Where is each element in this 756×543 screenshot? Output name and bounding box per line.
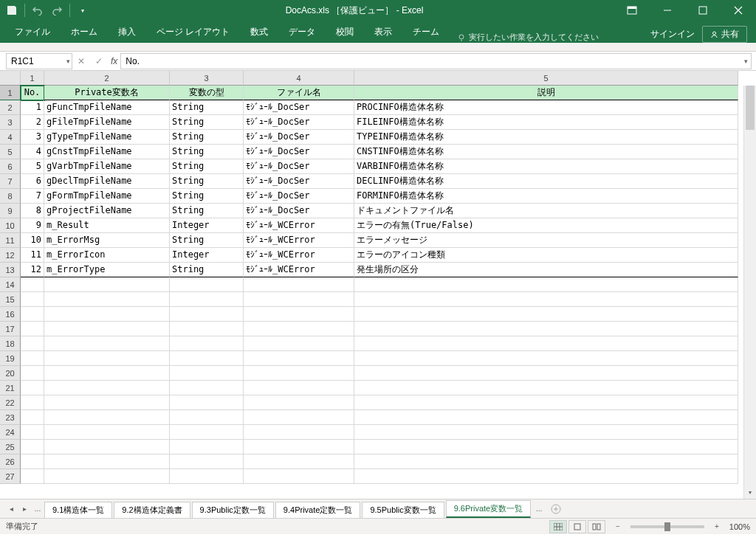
data-cell[interactable]: ﾓｼﾞｭｰﾙ_DocSer (244, 189, 354, 204)
data-cell[interactable]: 発生場所の区分 (354, 263, 738, 277)
data-cell[interactable] (244, 322, 354, 336)
data-cell[interactable] (170, 395, 244, 410)
data-cell[interactable]: Integer (170, 218, 244, 233)
data-cell[interactable]: ﾓｼﾞｭｰﾙ_WCError (244, 218, 354, 233)
sheet-tab[interactable]: 9.1構造体一覧 (44, 502, 112, 518)
row-header[interactable]: 9 (0, 204, 21, 218)
column-header[interactable]: 5 (354, 71, 738, 86)
row-header[interactable]: 10 (0, 218, 21, 233)
data-cell[interactable]: String (170, 263, 244, 277)
data-cell[interactable] (354, 336, 738, 351)
maximize-button[interactable] (688, 1, 718, 19)
data-cell[interactable]: String (170, 145, 244, 159)
row-header[interactable]: 7 (0, 174, 21, 189)
data-cell[interactable]: Integer (170, 248, 244, 263)
sheet-tab[interactable]: 9.3Public定数一覧 (192, 502, 274, 518)
data-cell[interactable] (44, 366, 170, 381)
row-header[interactable]: 14 (0, 277, 21, 292)
save-button[interactable] (3, 1, 21, 19)
data-cell[interactable]: String (170, 159, 244, 174)
page-break-view-button[interactable] (588, 520, 605, 533)
qat-customize-button[interactable]: ▾ (74, 1, 92, 19)
data-cell[interactable] (44, 381, 170, 395)
data-cell[interactable]: ﾓｼﾞｭｰﾙ_DocSer (244, 204, 354, 218)
data-cell[interactable]: gProjectFileName (44, 204, 170, 218)
data-cell[interactable] (354, 322, 738, 336)
sheet-tab[interactable]: 9.5Public変数一覧 (362, 502, 444, 518)
column-header[interactable]: 1 (21, 71, 44, 86)
data-cell[interactable] (170, 351, 244, 366)
data-cell[interactable]: 10 (21, 233, 44, 248)
page-layout-view-button[interactable] (568, 520, 586, 533)
data-cell[interactable] (44, 469, 170, 484)
sheet-tab[interactable]: 9.2構造体定義書 (114, 502, 190, 518)
data-cell[interactable] (244, 454, 354, 469)
data-cell[interactable] (44, 454, 170, 469)
row-header[interactable]: 27 (0, 469, 21, 484)
data-cell[interactable] (354, 381, 738, 395)
data-cell[interactable] (170, 410, 244, 425)
data-cell[interactable]: String (170, 115, 244, 130)
data-cell[interactable] (244, 395, 354, 410)
data-cell[interactable] (244, 351, 354, 366)
sheet-tab[interactable]: 9.4Private定数一覧 (275, 502, 361, 518)
tab-nav-prev-button[interactable]: ◂ (4, 502, 18, 516)
scroll-thumb[interactable] (746, 86, 755, 130)
data-cell[interactable]: 2 (21, 115, 44, 130)
data-cell[interactable] (354, 395, 738, 410)
data-cell[interactable] (170, 292, 244, 307)
row-header[interactable]: 5 (0, 145, 21, 159)
data-cell[interactable] (170, 440, 244, 454)
data-cell[interactable] (170, 277, 244, 292)
data-cell[interactable] (44, 425, 170, 440)
data-cell[interactable] (21, 454, 44, 469)
data-cell[interactable] (170, 336, 244, 351)
row-header[interactable]: 19 (0, 351, 21, 366)
data-cell[interactable]: gVarbTmpFileName (44, 159, 170, 174)
header-cell[interactable]: 変数の型 (170, 86, 244, 100)
data-cell[interactable]: 8 (21, 204, 44, 218)
data-cell[interactable]: gCnstTmpFileName (44, 145, 170, 159)
data-cell[interactable]: VARBINFO構造体名称 (354, 159, 738, 174)
data-cell[interactable]: ﾓｼﾞｭｰﾙ_WCError (244, 263, 354, 277)
row-header[interactable]: 23 (0, 410, 21, 425)
data-cell[interactable] (244, 440, 354, 454)
normal-view-button[interactable] (549, 520, 567, 533)
data-cell[interactable] (44, 410, 170, 425)
header-cell[interactable]: 説明 (354, 86, 738, 100)
data-cell[interactable]: ﾓｼﾞｭｰﾙ_DocSer (244, 174, 354, 189)
data-cell[interactable] (44, 351, 170, 366)
data-cell[interactable]: String (170, 204, 244, 218)
data-cell[interactable]: 12 (21, 263, 44, 277)
row-header[interactable]: 26 (0, 454, 21, 469)
data-cell[interactable]: 1 (21, 100, 44, 115)
row-header[interactable]: 21 (0, 381, 21, 395)
data-cell[interactable] (44, 440, 170, 454)
cancel-formula-button[interactable]: ✕ (72, 53, 90, 69)
data-cell[interactable]: ドキュメントファイル名 (354, 204, 738, 218)
data-cell[interactable] (354, 425, 738, 440)
row-header[interactable]: 24 (0, 425, 21, 440)
data-cell[interactable]: 6 (21, 174, 44, 189)
data-cell[interactable]: 4 (21, 145, 44, 159)
data-cell[interactable] (170, 454, 244, 469)
data-cell[interactable]: DECLINFO構造体名称 (354, 174, 738, 189)
data-cell[interactable] (170, 307, 244, 322)
data-cell[interactable] (21, 425, 44, 440)
data-cell[interactable] (354, 454, 738, 469)
data-cell[interactable]: PROCINFO構造体名称 (354, 100, 738, 115)
data-cell[interactable] (170, 366, 244, 381)
sheet-tab[interactable]: 9.6Private変数一覧 (446, 500, 532, 518)
data-cell[interactable]: ﾓｼﾞｭｰﾙ_DocSer (244, 130, 354, 145)
scroll-down-button[interactable]: ▾ (744, 486, 756, 499)
zoom-slider[interactable] (630, 525, 704, 528)
header-cell[interactable]: ファイル名 (244, 86, 354, 100)
data-cell[interactable] (170, 469, 244, 484)
data-cell[interactable] (244, 410, 354, 425)
row-header[interactable]: 8 (0, 189, 21, 204)
row-header[interactable]: 1 (0, 86, 21, 100)
ribbon-tab-0[interactable]: ファイル (4, 21, 61, 43)
column-header[interactable]: 2 (44, 71, 170, 86)
data-cell[interactable]: 7 (21, 189, 44, 204)
data-cell[interactable]: ﾓｼﾞｭｰﾙ_DocSer (244, 100, 354, 115)
